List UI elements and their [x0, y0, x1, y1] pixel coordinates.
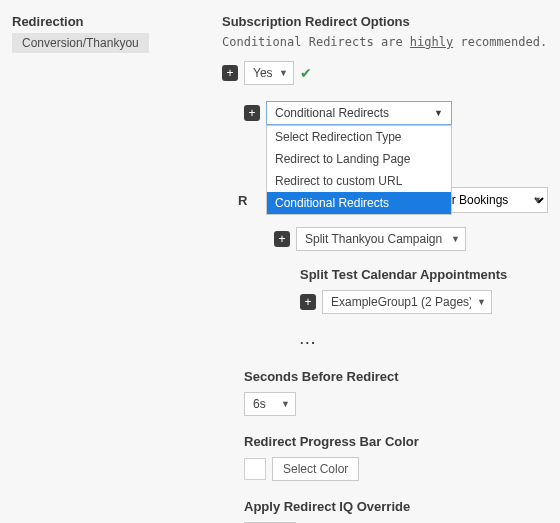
split-campaign-select[interactable]: Split Thankyou Campaign: [296, 227, 466, 251]
plus-icon[interactable]: +: [274, 231, 290, 247]
color-swatch[interactable]: [244, 458, 266, 480]
select-color-button[interactable]: Select Color: [272, 457, 359, 481]
checkmark-icon: ✔: [300, 65, 312, 81]
truncated-label-left: R: [238, 193, 247, 208]
split-test-select[interactable]: ExampleGroup1 (2 Pages): [322, 290, 492, 314]
override-heading: Apply Redirect IQ Override: [244, 499, 548, 514]
redirect-mode-option-custom-url[interactable]: Redirect to custom URL: [267, 170, 451, 192]
redirect-mode-select[interactable]: Conditional Redirects ▼: [266, 101, 452, 125]
redirect-note: Conditional Redirects are highly recomme…: [222, 35, 548, 49]
sidebar-title: Redirection: [12, 14, 204, 29]
redirect-mode-value: Conditional Redirects: [275, 106, 389, 120]
subscription-redirect-heading: Subscription Redirect Options: [222, 14, 548, 29]
redirect-mode-option-header[interactable]: Select Redirection Type: [267, 126, 451, 148]
seconds-before-heading: Seconds Before Redirect: [244, 369, 548, 384]
more-options-icon[interactable]: ...: [300, 332, 548, 347]
split-test-heading: Split Test Calendar Appointments: [300, 267, 548, 282]
redirect-mode-option-conditional[interactable]: Conditional Redirects: [267, 192, 451, 214]
redirect-mode-option-landing[interactable]: Redirect to Landing Page: [267, 148, 451, 170]
plus-icon[interactable]: +: [244, 105, 260, 121]
plus-icon[interactable]: +: [222, 65, 238, 81]
redirect-mode-options: Select Redirection Type Redirect to Land…: [266, 125, 452, 215]
progress-color-heading: Redirect Progress Bar Color: [244, 434, 548, 449]
sidebar-tab-conversion[interactable]: Conversion/Thankyou: [12, 33, 149, 53]
seconds-before-select[interactable]: 6s: [244, 392, 296, 416]
chevron-down-icon: ▼: [434, 108, 443, 118]
plus-icon[interactable]: +: [300, 294, 316, 310]
enable-redirect-select[interactable]: Yes: [244, 61, 294, 85]
